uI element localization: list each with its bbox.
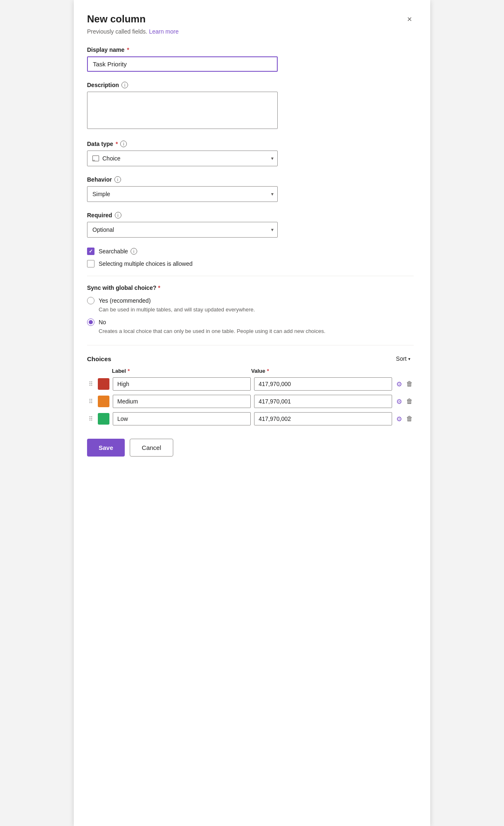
panel-title: New column <box>87 13 145 25</box>
learn-more-link[interactable]: Learn more <box>149 28 179 35</box>
save-button[interactable]: Save <box>87 439 125 457</box>
cancel-button[interactable]: Cancel <box>130 439 173 457</box>
filter-icon-button-1[interactable]: ⚙ <box>395 379 403 389</box>
divider-2 <box>87 345 414 345</box>
filter-icon-button-2[interactable]: ⚙ <box>395 397 403 406</box>
behavior-value: Simple <box>92 191 110 197</box>
choice-value-input-2[interactable] <box>254 395 392 408</box>
panel-subtitle: Previously called fields. Learn more <box>87 28 414 35</box>
choice-label-input-1[interactable] <box>113 377 251 391</box>
behavior-chevron-icon: ▾ <box>271 191 274 197</box>
choice-actions-1: ⚙ 🗑 <box>395 379 414 389</box>
data-type-info-icon[interactable]: i <box>120 141 127 147</box>
required-group: Required i Optional ▾ <box>87 212 414 238</box>
behavior-select-display[interactable]: Simple ▾ <box>87 186 278 202</box>
searchable-row: Searchable i <box>87 248 414 255</box>
required-value: Optional <box>92 226 114 233</box>
choices-title: Choices <box>87 355 111 362</box>
searchable-info-icon[interactable]: i <box>131 248 137 255</box>
footer-buttons: Save Cancel <box>87 439 414 457</box>
choice-icon <box>92 155 99 161</box>
divider-1 <box>87 276 414 276</box>
required-chevron-icon: ▾ <box>271 227 274 233</box>
choice-actions-3: ⚙ 🗑 <box>395 414 414 424</box>
data-type-select-display[interactable]: Choice ▾ <box>87 151 278 166</box>
filter-icon-button-3[interactable]: ⚙ <box>395 414 403 424</box>
display-name-label: Display name * <box>87 46 414 53</box>
data-type-group: Data type * i Choice ▾ <box>87 141 414 166</box>
delete-icon-button-1[interactable]: 🗑 <box>405 379 414 389</box>
drag-handle-3[interactable]: ⠿ <box>87 415 94 422</box>
color-swatch-2[interactable] <box>98 396 109 407</box>
required-label: Required i <box>87 212 414 219</box>
sync-required-star: * <box>158 284 160 291</box>
value-column-header: Value * <box>251 368 387 374</box>
description-input[interactable] <box>87 92 278 129</box>
behavior-select[interactable]: Simple ▾ <box>87 186 278 202</box>
behavior-group: Behavior i Simple ▾ <box>87 176 414 202</box>
behavior-label: Behavior i <box>87 176 414 183</box>
sync-no-option: No Creates a local choice that can only … <box>87 318 414 335</box>
choice-actions-2: ⚙ 🗑 <box>395 397 414 406</box>
sync-yes-label: Yes (recommended) <box>99 297 151 304</box>
display-name-group: Display name * <box>87 46 414 72</box>
multiple-choices-checkbox[interactable] <box>87 260 94 267</box>
sort-chevron-icon: ▾ <box>408 357 410 361</box>
searchable-checkbox[interactable] <box>87 248 94 255</box>
color-swatch-3[interactable] <box>98 413 109 425</box>
sync-no-desc: Creates a local choice that can only be … <box>99 328 414 335</box>
choice-value-input-1[interactable] <box>254 377 392 391</box>
required-select-display[interactable]: Optional ▾ <box>87 222 278 238</box>
delete-icon-button-3[interactable]: 🗑 <box>405 414 414 423</box>
sync-title: Sync with global choice? * <box>87 284 414 291</box>
required-select[interactable]: Optional ▾ <box>87 222 278 238</box>
new-column-panel: New column × Previously called fields. L… <box>74 0 430 826</box>
drag-handle-2[interactable]: ⠿ <box>87 398 94 405</box>
description-info-icon[interactable]: i <box>121 82 128 88</box>
drag-handle-1[interactable]: ⠿ <box>87 381 94 387</box>
searchable-label: Searchable i <box>99 248 137 255</box>
behavior-info-icon[interactable]: i <box>114 176 121 183</box>
choice-value-input-3[interactable] <box>254 412 392 425</box>
choice-row-1: ⠿ ⚙ 🗑 <box>87 377 414 391</box>
label-column-header: Label * <box>112 368 248 374</box>
required-info-icon[interactable]: i <box>115 212 121 219</box>
choice-label-input-2[interactable] <box>113 395 251 408</box>
sync-yes-radio[interactable] <box>87 297 94 304</box>
sync-no-label: No <box>99 319 106 326</box>
data-type-chevron-icon: ▾ <box>271 155 274 161</box>
description-label: Description i <box>87 82 414 88</box>
required-star: * <box>127 46 129 53</box>
choices-header: Choices Sort ▾ <box>87 354 414 364</box>
data-type-required-star: * <box>116 141 118 147</box>
data-type-label: Data type * i <box>87 141 414 147</box>
choices-column-headers: Label * Value * <box>87 368 414 374</box>
close-button[interactable]: × <box>405 13 414 25</box>
display-name-input[interactable] <box>87 56 278 72</box>
description-group: Description i <box>87 82 414 131</box>
data-type-select[interactable]: Choice ▾ <box>87 151 278 166</box>
color-swatch-1[interactable] <box>98 378 109 390</box>
sync-yes-desc: Can be used in multiple tables, and will… <box>99 306 414 313</box>
actions-column-header <box>390 368 414 374</box>
data-type-value: Choice <box>102 155 121 162</box>
sync-yes-option: Yes (recommended) Can be used in multipl… <box>87 297 414 313</box>
choices-section: Choices Sort ▾ Label * Value * ⠿ <box>87 354 414 425</box>
choice-label-input-3[interactable] <box>113 412 251 425</box>
multiple-choices-label: Selecting multiple choices is allowed <box>99 260 192 267</box>
multiple-choices-row: Selecting multiple choices is allowed <box>87 260 414 267</box>
sort-button[interactable]: Sort ▾ <box>393 354 414 364</box>
choice-row-3: ⠿ ⚙ 🗑 <box>87 412 414 425</box>
panel-header: New column × <box>87 13 414 25</box>
sync-no-radio[interactable] <box>87 318 94 326</box>
sync-section: Sync with global choice? * Yes (recommen… <box>87 284 414 335</box>
choice-row-2: ⠿ ⚙ 🗑 <box>87 395 414 408</box>
delete-icon-button-2[interactable]: 🗑 <box>405 397 414 406</box>
